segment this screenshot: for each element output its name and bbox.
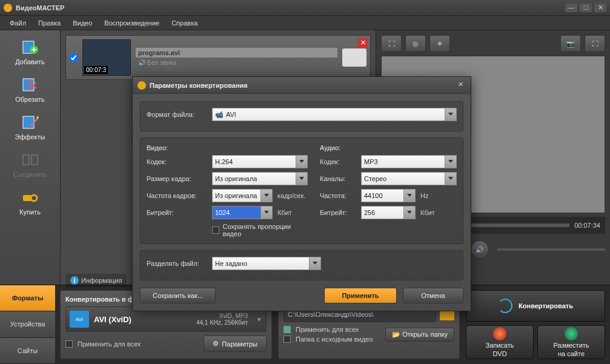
wand-icon — [21, 114, 40, 131]
channels-label: Каналы: — [320, 175, 356, 182]
sidebar-add[interactable]: Добавить — [5, 34, 55, 70]
convert-icon — [498, 299, 512, 313]
scissors-icon — [21, 76, 40, 93]
frame-label: Размер кадра: — [147, 175, 207, 182]
file-item[interactable]: 00:07:3 programs.avi 🔊 Без звука ✕ — [65, 35, 371, 80]
crop-icon[interactable]: ⛶ — [381, 35, 402, 52]
maximize-button[interactable]: □ — [580, 4, 592, 12]
conversion-params-dialog: Параметры конвертирования ✕ Формат файла… — [132, 76, 471, 311]
format-meta2: 44,1 KHz, 256Кбит — [196, 319, 248, 326]
fps-combo[interactable]: Из оригинала — [212, 189, 273, 202]
params-button[interactable]: ⚙ Параметры — [204, 336, 267, 352]
format-tabs: Форматы Устройства Сайты — [0, 285, 55, 364]
freq-unit: Hz — [420, 192, 451, 199]
vbitrate-label: Битрейт: — [147, 209, 207, 216]
save-apply-all-checkbox[interactable] — [283, 326, 291, 333]
info-icon: i — [70, 276, 79, 285]
svg-rect-6 — [23, 155, 29, 165]
vbitrate-combo[interactable]: 1024 — [212, 206, 273, 219]
join-icon — [21, 151, 40, 168]
convert-button[interactable]: Конвертировать — [466, 290, 605, 322]
freq-combo[interactable]: 44100 — [361, 189, 416, 202]
dvd-icon — [493, 327, 506, 340]
close-button[interactable]: ✕ — [594, 4, 606, 12]
sidebar: Добавить Обрезать Эффекты Соединить Купи… — [0, 30, 61, 285]
sidebar-cut-label: Обрезать — [15, 96, 45, 103]
fps-unit: кадр/сек. — [277, 192, 308, 199]
tab-devices[interactable]: Устройства — [0, 311, 55, 337]
save-as-button[interactable]: Сохранить как... — [140, 288, 216, 303]
keep-ratio-label: Сохранять пропорции видео — [223, 223, 308, 237]
dialog-title: Параметры конвертирования — [150, 82, 455, 89]
tab-formats[interactable]: Форматы — [0, 285, 55, 311]
upload-button[interactable]: Разместить на сайте — [537, 325, 605, 359]
app-title: ВидеоМАСТЕР — [16, 4, 563, 12]
minimize-button[interactable]: — — [565, 4, 577, 12]
cancel-button[interactable]: Отмена — [403, 288, 463, 303]
file-info: programs.avi 🔊 Без звука — [136, 48, 337, 67]
dialog-logo-icon — [138, 81, 146, 90]
sidebar-join-label: Соединить — [13, 171, 47, 178]
acodec-label: Кодек: — [320, 158, 356, 165]
channels-combo[interactable]: Стерео — [361, 172, 457, 185]
apply-all-checkbox[interactable] — [65, 340, 73, 348]
info-label: Информация — [81, 277, 122, 284]
svg-rect-7 — [31, 155, 38, 165]
gear-icon: ⚙ — [213, 340, 219, 348]
vbitrate-unit: Кбит — [277, 209, 308, 216]
volume-button[interactable]: 🔊 — [471, 240, 489, 259]
fullscreen-icon[interactable]: ⛶ — [585, 35, 605, 52]
burn-dvd-button[interactable]: Записать DVD — [466, 325, 534, 359]
settings-icon[interactable]: ◎ — [405, 35, 426, 52]
split-combo[interactable]: Не задано — [212, 257, 321, 270]
split-label: Разделять файл: — [147, 260, 207, 267]
globe-icon — [565, 327, 578, 340]
sidebar-buy[interactable]: Купить — [5, 184, 55, 220]
same-folder-checkbox[interactable] — [283, 336, 291, 343]
fps-label: Частота кадров: — [147, 192, 207, 199]
add-icon — [21, 39, 40, 56]
time-display: 00:07:34 — [574, 222, 600, 229]
thumbnail: 00:07:3 — [82, 39, 131, 76]
menu-playback[interactable]: Воспроизведение — [98, 17, 165, 29]
tab-sites[interactable]: Сайты — [0, 338, 55, 364]
apply-button[interactable]: Применить — [324, 288, 397, 303]
sidebar-buy-label: Купить — [19, 208, 41, 216]
frame-combo[interactable]: Из оригинала — [212, 172, 308, 185]
camera-icon — [342, 48, 366, 67]
preview-toolbar: ⛶ ◎ ☀ 📷 ⛶ — [381, 35, 605, 52]
brightness-icon[interactable]: ☀ — [429, 35, 450, 52]
avi-icon: AVI — [70, 311, 89, 328]
file-checkbox[interactable] — [70, 54, 78, 62]
file-format-label: Формат файла: — [147, 111, 207, 118]
acodec-combo[interactable]: MP3 — [361, 155, 457, 168]
sidebar-cut[interactable]: Обрезать — [5, 71, 55, 108]
snapshot-icon[interactable]: 📷 — [560, 35, 581, 52]
remove-file-button[interactable]: ✕ — [358, 38, 368, 48]
titlebar: ВидеоМАСТЕР — □ ✕ — [0, 0, 610, 16]
save-apply-all-label: Применить для всех — [296, 326, 359, 333]
same-folder-label: Папка с исходным видео — [296, 336, 373, 343]
menu-edit[interactable]: Правка — [32, 17, 67, 29]
thumb-timestamp: 00:07:3 — [84, 66, 108, 74]
key-icon — [21, 189, 40, 206]
menu-help[interactable]: Справка — [165, 17, 204, 29]
format-meta1: XviD, MP3 — [196, 313, 248, 319]
video-header: Видео: — [147, 144, 308, 151]
file-format-combo[interactable]: 📹 AVI — [212, 108, 457, 121]
dialog-close-button[interactable]: ✕ — [455, 81, 466, 90]
file-audio: 🔊 Без звука — [136, 58, 337, 67]
keep-ratio-checkbox[interactable] — [212, 227, 219, 234]
sidebar-effects[interactable]: Эффекты — [5, 109, 55, 145]
menu-file[interactable]: Файл — [4, 17, 32, 29]
open-folder-button[interactable]: 📂 Открыть папку — [385, 328, 454, 342]
abitrate-combo[interactable]: 256 — [361, 206, 416, 219]
menu-video[interactable]: Видео — [67, 17, 98, 29]
volume-slider[interactable] — [497, 248, 605, 251]
app-logo-icon — [4, 4, 12, 12]
file-name: programs.avi — [136, 48, 337, 58]
format-name: AVI (XviD) — [94, 315, 131, 324]
abitrate-unit: Кбит — [420, 209, 451, 216]
vcodec-combo[interactable]: H.264 — [212, 155, 308, 168]
apply-all-label: Применить для всех — [78, 340, 141, 348]
